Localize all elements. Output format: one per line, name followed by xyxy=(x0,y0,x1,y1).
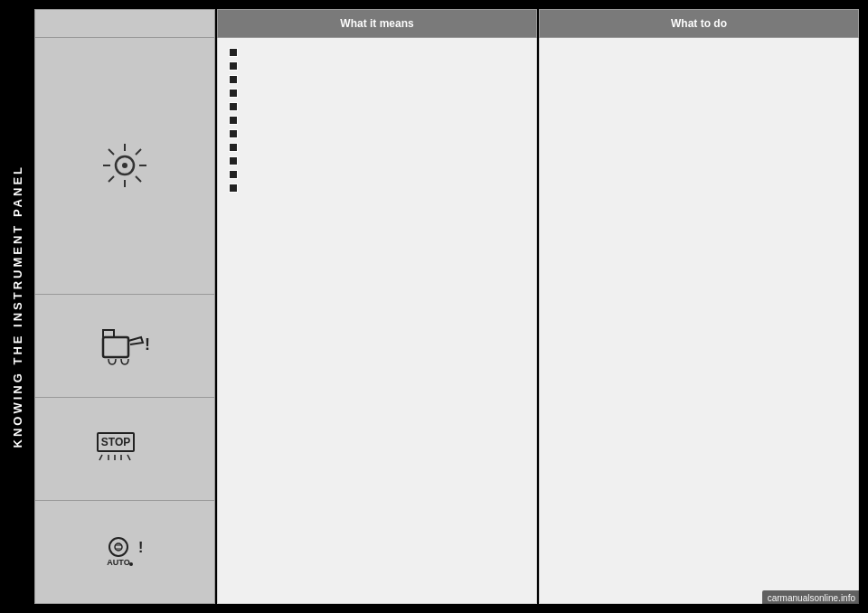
bullet-square xyxy=(229,48,238,57)
auto-warning-icon: AUTO ! xyxy=(93,527,156,577)
svg-point-9 xyxy=(122,163,127,168)
bullet-item xyxy=(229,183,525,193)
svg-line-5 xyxy=(108,149,114,155)
bullet-item xyxy=(229,142,525,152)
bullet-item xyxy=(229,47,525,57)
svg-rect-10 xyxy=(103,337,128,357)
header-what-to-do: What to do xyxy=(539,9,859,38)
bullet-item xyxy=(229,169,525,179)
bullet-item xyxy=(229,128,525,138)
bullet-item xyxy=(229,115,525,125)
header-row: What it means What to do xyxy=(34,9,859,38)
content-area: ! STOP xyxy=(34,38,859,604)
what-it-means-column xyxy=(217,38,537,604)
page-container: KNOWING THE INSTRUMENT PANEL What it mea… xyxy=(0,0,868,613)
bullet-square xyxy=(229,156,238,165)
sun-warning-cell xyxy=(34,38,215,295)
bullet-item xyxy=(229,101,525,111)
svg-line-18 xyxy=(127,455,130,460)
svg-line-8 xyxy=(108,176,114,182)
bullet-item xyxy=(229,61,525,71)
stop-warning-cell: STOP xyxy=(34,398,215,501)
header-icon-col xyxy=(34,9,215,38)
sun-warning-icon xyxy=(98,138,152,193)
bullet-item xyxy=(229,156,525,165)
header-what-it-means: What it means xyxy=(217,9,537,38)
sidebar-text: KNOWING THE INSTRUMENT PANEL xyxy=(11,165,24,448)
oil-warning-cell: ! xyxy=(34,295,215,398)
bullet-item xyxy=(229,88,525,98)
bullet-square xyxy=(229,129,238,138)
svg-text:!: ! xyxy=(145,335,150,354)
bullet-square xyxy=(229,170,238,179)
watermark: carmanualsonline.info xyxy=(762,590,861,606)
svg-line-6 xyxy=(136,176,141,182)
bullet-square xyxy=(229,61,238,71)
main-content: What it means What to do xyxy=(34,0,868,613)
bullet-square xyxy=(229,143,238,152)
what-to-do-label: What to do xyxy=(671,17,727,30)
text-columns xyxy=(217,38,859,604)
svg-point-20 xyxy=(115,543,122,551)
bullet-square xyxy=(229,75,238,84)
svg-text:STOP: STOP xyxy=(101,436,130,448)
svg-point-24 xyxy=(129,562,133,566)
svg-text:AUTO: AUTO xyxy=(107,558,129,567)
svg-line-7 xyxy=(136,149,141,155)
bullet-square xyxy=(229,89,238,98)
bullet-square xyxy=(229,184,238,193)
stop-warning-icon: STOP xyxy=(89,426,161,471)
bullet-square xyxy=(229,116,238,125)
bullet-list xyxy=(229,47,525,196)
icons-column: ! STOP xyxy=(34,38,215,604)
what-it-means-label: What it means xyxy=(340,17,413,30)
auto-warning-cell: AUTO ! xyxy=(34,501,215,604)
sidebar-label: KNOWING THE INSTRUMENT PANEL xyxy=(0,0,34,613)
svg-line-14 xyxy=(99,455,102,460)
bullet-square xyxy=(229,102,238,111)
what-to-do-column xyxy=(539,38,859,604)
svg-point-19 xyxy=(109,538,127,556)
bullet-item xyxy=(229,74,525,84)
oil-warning-icon: ! xyxy=(96,321,155,371)
svg-text:!: ! xyxy=(138,540,143,555)
